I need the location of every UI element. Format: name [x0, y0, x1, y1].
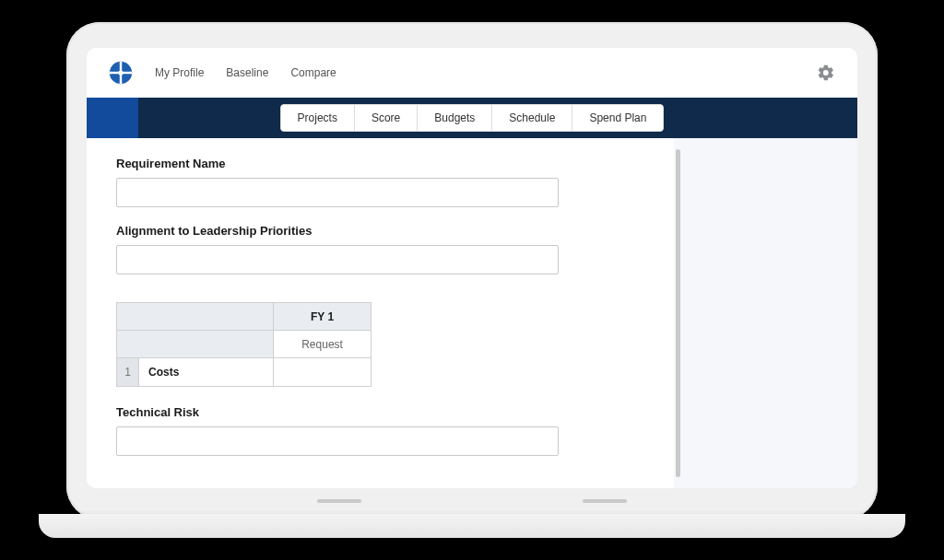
tab-score[interactable]: Score	[355, 105, 418, 131]
table-spacer-head	[117, 303, 274, 331]
nav-my-profile[interactable]: My Profile	[155, 66, 204, 79]
laptop-base	[39, 514, 905, 538]
gear-icon	[817, 64, 835, 82]
alignment-section: Alignment to Leadership Priorities	[116, 224, 655, 274]
alignment-label: Alignment to Leadership Priorities	[116, 224, 655, 238]
fy-header: FY 1	[274, 303, 372, 331]
app-screen: My Profile Baseline Compare Projects Sco…	[87, 48, 857, 488]
laptop-hinge	[87, 499, 857, 508]
tab-group: Projects Score Budgets Schedule Spend Pl…	[280, 104, 665, 132]
top-nav: My Profile Baseline Compare	[155, 66, 336, 79]
content-wrap: Requirement Name Alignment to Leadership…	[87, 138, 857, 488]
row-number: 1	[117, 358, 139, 387]
tab-bar-accent	[87, 98, 138, 138]
requirement-name-section: Requirement Name	[116, 157, 655, 207]
requirement-name-input[interactable]	[116, 178, 559, 207]
technical-risk-label: Technical Risk	[116, 405, 655, 419]
fy-sub-header: Request	[274, 331, 372, 358]
table-spacer-sub	[117, 331, 274, 358]
technical-risk-input[interactable]	[116, 426, 559, 456]
main-content: Requirement Name Alignment to Leadership…	[87, 138, 674, 488]
settings-button[interactable]	[817, 64, 835, 82]
costs-request-cell[interactable]	[274, 358, 372, 387]
scrollbar[interactable]	[676, 149, 680, 477]
row-label-costs: Costs	[139, 358, 274, 387]
nav-compare[interactable]: Compare	[290, 66, 336, 79]
requirement-name-label: Requirement Name	[116, 157, 655, 170]
fy-table: FY 1 Request 1 Costs	[116, 302, 372, 387]
alignment-input[interactable]	[116, 245, 559, 274]
svg-point-7	[118, 70, 123, 75]
tab-spend-plan[interactable]: Spend Plan	[572, 105, 663, 131]
header-bar: My Profile Baseline Compare	[87, 48, 857, 98]
tab-bar: Projects Score Budgets Schedule Spend Pl…	[87, 98, 857, 138]
laptop-frame: My Profile Baseline Compare Projects Sco…	[66, 22, 878, 519]
side-panel	[682, 138, 857, 488]
nav-baseline[interactable]: Baseline	[226, 66, 268, 79]
app-logo-icon	[109, 61, 133, 85]
tab-projects[interactable]: Projects	[281, 105, 355, 131]
tab-schedule[interactable]: Schedule	[492, 105, 572, 131]
technical-risk-section: Technical Risk	[116, 405, 655, 456]
tab-budgets[interactable]: Budgets	[418, 105, 492, 131]
